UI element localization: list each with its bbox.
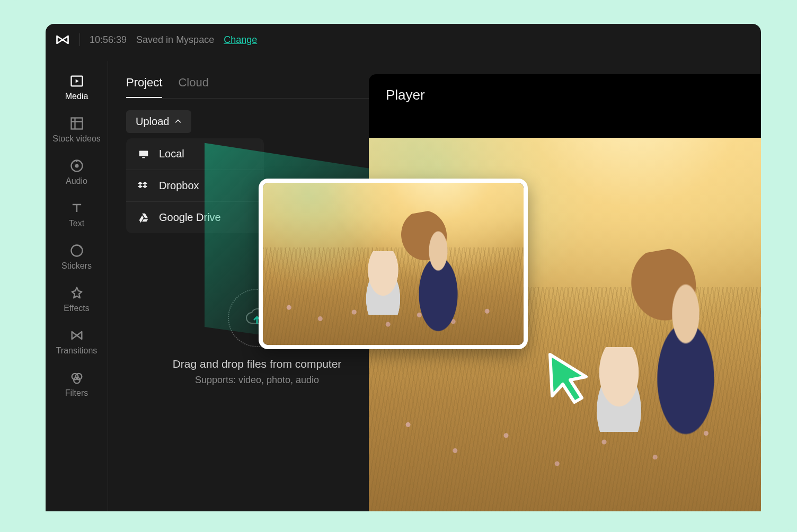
left-sidebar: Media Stock videos Audio Text Stickers E… <box>46 61 108 511</box>
upload-option-local[interactable]: Local <box>126 138 264 170</box>
sidebar-item-label: Effects <box>64 304 90 313</box>
sidebar-item-media[interactable]: Media <box>46 66 108 109</box>
sidebar-item-label: Text <box>69 219 84 228</box>
sidebar-item-filters[interactable]: Filters <box>46 363 108 405</box>
upload-option-label: Google Drive <box>159 211 221 224</box>
tab-project[interactable]: Project <box>126 76 162 98</box>
effects-icon <box>69 286 84 300</box>
media-icon <box>69 74 84 88</box>
chevron-up-icon <box>174 116 182 128</box>
upload-button-label: Upload <box>136 116 169 128</box>
thumbnail-image <box>263 183 524 345</box>
sidebar-item-stock-videos[interactable]: Stock videos <box>46 109 108 151</box>
sidebar-item-stickers[interactable]: Stickers <box>46 236 108 278</box>
upload-option-label: Dropbox <box>159 180 199 192</box>
app-logo-icon <box>55 32 70 47</box>
save-status: Saved in Myspace <box>136 34 214 46</box>
stickers-icon <box>69 243 84 258</box>
upload-dropdown: Local Dropbox Google Drive <box>126 138 264 233</box>
google-drive-icon <box>138 212 149 224</box>
svg-rect-8 <box>139 150 148 156</box>
dropbox-icon <box>138 180 149 192</box>
sidebar-item-label: Filters <box>65 388 88 398</box>
player-title: Player <box>369 74 761 111</box>
sidebar-item-audio[interactable]: Audio <box>46 151 108 193</box>
sidebar-item-label: Media <box>65 92 88 101</box>
change-location-link[interactable]: Change <box>224 34 257 46</box>
text-icon <box>69 201 84 216</box>
save-timestamp: 10:56:39 <box>90 34 127 46</box>
upload-button[interactable]: Upload <box>126 110 191 133</box>
sidebar-item-label: Transitions <box>56 346 98 356</box>
tab-cloud[interactable]: Cloud <box>178 76 208 98</box>
sidebar-item-transitions[interactable]: Transitions <box>46 321 108 363</box>
sidebar-item-effects[interactable]: Effects <box>46 278 108 321</box>
svg-point-7 <box>74 377 80 384</box>
svg-rect-9 <box>142 157 145 158</box>
monitor-icon <box>138 148 149 160</box>
media-tabs: Project Cloud <box>126 76 388 99</box>
upload-option-label: Local <box>159 148 184 160</box>
sidebar-item-label: Audio <box>66 176 87 186</box>
divider <box>79 33 80 46</box>
svg-point-3 <box>75 164 78 168</box>
svg-rect-1 <box>71 118 82 129</box>
audio-icon <box>69 158 84 173</box>
sidebar-item-label: Stickers <box>61 261 92 271</box>
drop-zone-title: Drag and drop files from computer <box>146 358 368 370</box>
sidebar-item-text[interactable]: Text <box>46 193 108 236</box>
top-bar: 10:56:39 Saved in Myspace Change <box>46 24 761 56</box>
stock-videos-icon <box>69 116 84 131</box>
upload-option-dropbox[interactable]: Dropbox <box>126 170 264 201</box>
drop-zone-subtitle: Supports: video, photo, audio <box>146 375 368 386</box>
transitions-icon <box>69 328 84 343</box>
upload-option-google-drive[interactable]: Google Drive <box>126 201 264 233</box>
dragged-media-thumbnail[interactable] <box>259 179 528 349</box>
filters-icon <box>69 370 84 385</box>
sidebar-item-label: Stock videos <box>52 134 101 144</box>
